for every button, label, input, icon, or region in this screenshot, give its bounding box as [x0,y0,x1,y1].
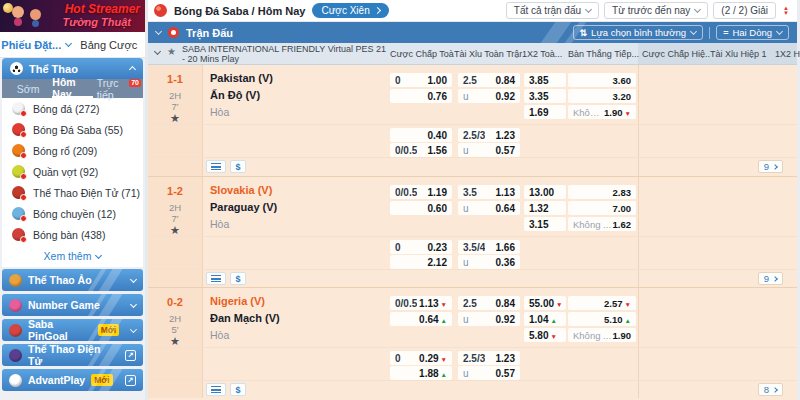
odds-cell[interactable]: 2.5/31.23 [458,351,520,365]
more-bets-button[interactable]: 9 [758,272,783,285]
cash-out-button[interactable]: $ [230,272,246,285]
bet-board-button[interactable] [206,272,226,285]
odds-cell[interactable]: 1.88▲ [390,366,452,380]
odds-cell[interactable]: Không ...1.90 [568,328,636,342]
odds-line-label: 0/0.5 [395,187,417,198]
parlay-button[interactable]: Cược Xiên [312,3,388,18]
odds-line-label: 2.5 [463,75,477,86]
odds-value: 5.80▼ [529,330,557,341]
odds-value: 1.19 [428,187,447,198]
promo-banner[interactable]: Hot Streamer Tường Thuật [0,0,145,32]
tab-bet-board[interactable]: Bảng Cược [73,32,146,57]
league-header[interactable]: ★ SABA INTERNATIONAL FRIENDLY Virtual PE… [148,43,797,65]
selection-mode-dropdown[interactable]: ⇅ Lựa chọn bình thường [573,25,704,40]
filter-time-range[interactable]: Từ trước đến nay [604,2,708,19]
odds-cell[interactable]: 1.32 [524,201,566,215]
chevron-right-icon [374,7,381,14]
subtab-live[interactable]: Trực tiếp 70 [97,79,137,98]
odds-cell[interactable]: 0.40 [390,128,452,142]
tennis-icon [12,165,25,178]
odds-cell[interactable]: 0/0.51.19 [390,185,452,199]
sidebar-item-saba-soccer[interactable]: Bóng Đá Saba (55) [2,119,143,140]
odds-cell[interactable]: 3.20 [568,89,636,103]
league-collapse-icon[interactable] [154,48,161,55]
bet-board-icon [211,163,221,170]
odds-cell[interactable]: 0.60 [390,201,452,215]
odds-cell[interactable]: 2.57▼ [568,296,636,310]
cash-out-button[interactable]: $ [230,160,246,173]
tab-bet-slip[interactable]: Phiếu Đặt... [0,32,73,57]
sidebar-item-volleyball[interactable]: Bóng chuyền (12) [2,203,143,224]
odds-cell[interactable]: 0/0.51.56 [390,143,452,157]
section-virtual-sports[interactable]: Thể Thao Ảo [2,269,143,291]
section-number-game[interactable]: Number Game [2,294,143,316]
odds-cell[interactable]: 55.00▼ [524,296,566,310]
section-esports-headset[interactable]: Thể Thao Điện Tử↗ [2,344,143,366]
sidebar-item-tennis[interactable]: Quần vợt (92) [2,161,143,182]
odds-cell[interactable]: u0.57 [458,366,520,380]
match-favorite-star-icon[interactable]: ★ [148,224,202,237]
subtab-early[interactable]: Sớm [8,79,48,98]
odds-value: 0.57 [496,368,515,379]
odds-cell[interactable]: 5.80▼ [524,328,566,342]
odds-cell[interactable]: 5.10▲ [568,312,636,326]
odds-cell[interactable]: u0.57 [458,143,520,157]
odds-cell[interactable]: 3.15 [524,217,566,231]
league-favorite-star-icon[interactable]: ★ [167,46,176,57]
league-count-button[interactable]: (2 / 2) Giải [713,2,776,19]
match-favorite-star-icon[interactable]: ★ [148,112,202,125]
bet-board-button[interactable] [206,383,226,396]
bet-board-button[interactable] [206,160,226,173]
odds-cell[interactable]: 01.00 [390,73,452,87]
sidebar-item-basketball[interactable]: Bóng rổ (209) [2,140,143,161]
odds-cell[interactable]: 3.51.13 [458,185,520,199]
odds-cell[interactable]: u0.92 [458,312,520,326]
odds-cell[interactable]: Không ...1.62 [568,217,636,231]
section-advantplay[interactable]: AdvantPlayMới↗ [2,369,143,391]
sidebar-item-soccer[interactable]: Bóng đá (272) [2,98,143,119]
sports-panel-title: Thể Thao [29,63,78,75]
odds-cell[interactable]: u0.92 [458,89,520,103]
line-mode-dropdown[interactable]: = Hai Dòng [716,25,789,40]
sidebar-item-esports[interactable]: Thể Thao Điện Tử (71) [2,182,143,203]
sidebar-item-table-tennis[interactable]: Bóng bàn (438) [2,224,143,245]
odds-cell[interactable]: Không ...1.90▼ [568,105,636,119]
show-more-link[interactable]: Xem thêm [2,245,143,267]
odds-cell[interactable]: 3.35 [524,89,566,103]
odds-cell[interactable]: u0.36 [458,255,520,269]
odds-cell[interactable]: 1.69 [524,105,566,119]
odds-cell[interactable]: 13.00 [524,185,566,199]
odds-cell[interactable]: 00.23 [390,240,452,254]
section-pingoal[interactable]: Saba PinGoalMới [2,319,143,341]
odds-value: 1.23 [496,130,515,141]
sport-label: Bóng rổ (209) [33,145,97,157]
match-favorite-star-icon[interactable]: ★ [148,335,202,348]
odds-cell[interactable]: 1.04▲ [524,312,566,326]
filter-all-matches[interactable]: Tất cả trận đấu [506,2,599,19]
chevron-down-icon [65,40,72,47]
odds-cell[interactable]: 3.85 [524,73,566,87]
odds-cell[interactable]: 2.83 [568,185,636,199]
sport-label: Bóng đá (272) [33,103,100,115]
banner-image [12,6,24,18]
odds-cell[interactable]: 2.50.84 [458,73,520,87]
subtab-today[interactable]: Hôm Nay [52,79,92,98]
odds-cell[interactable]: 3.5/41.66 [458,240,520,254]
column-header: Cược Chấp Toà... [390,43,454,65]
chevron-down-icon [776,28,783,35]
collapse-chevron-icon[interactable] [155,28,162,35]
odds-cell[interactable]: u0.64 [458,201,520,215]
odds-cell[interactable]: 2.50.84 [458,296,520,310]
odds-cell[interactable]: 7.00 [568,201,636,215]
cash-out-button[interactable]: $ [230,383,246,396]
more-bets-button[interactable]: 9 [758,160,783,173]
odds-cell[interactable]: 3.60 [568,73,636,87]
odds-cell[interactable]: 0.76 [390,89,452,103]
sort-odds-icon[interactable]: ▲▼ [781,5,791,16]
odds-cell[interactable]: 2.12 [390,255,452,269]
odds-cell[interactable]: 00.29▼ [390,351,452,365]
odds-cell[interactable]: 0.64▲ [390,312,452,326]
odds-cell[interactable]: 2.5/31.23 [458,128,520,142]
odds-cell[interactable]: 0/0.51.13▼ [390,296,452,310]
more-bets-button[interactable]: 8 [758,383,783,396]
